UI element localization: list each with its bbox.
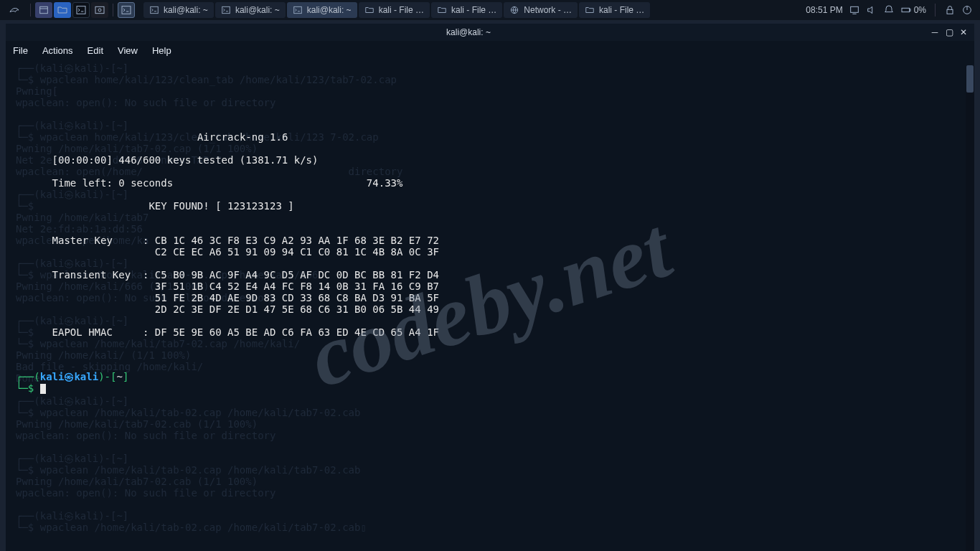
taskbar-item-label: kali@kali: ~ — [164, 5, 208, 15]
panel-separator — [30, 4, 31, 17]
aircrack-key-found: KEY FOUND! [ 123123123 ] — [16, 200, 294, 212]
taskbar-item-label: Network - … — [524, 5, 572, 15]
terminal-icon — [75, 4, 87, 16]
svg-rect-13 — [909, 9, 910, 11]
panel-separator — [113, 4, 113, 17]
prompt-host: kali — [74, 371, 98, 382]
aircrack-master-key: Master Key : CB 1C 46 3C F8 E3 C9 A2 93 … — [16, 235, 439, 258]
taskbar: kali@kali: ~kali@kali: ~kali@kali: ~kali… — [143, 2, 804, 18]
panel-launcher-terminal-active[interactable] — [118, 2, 135, 18]
aircrack-time-left: Time left: 0 seconds 74.33% — [16, 177, 402, 189]
svg-point-4 — [98, 9, 101, 11]
network-icon[interactable] — [849, 4, 860, 16]
svg-rect-0 — [40, 6, 48, 13]
taskbar-item[interactable]: kali@kali: ~ — [143, 2, 214, 18]
taskbar-item-label: kali - File … — [379, 5, 424, 15]
taskbar-item[interactable]: kali@kali: ~ — [287, 2, 357, 18]
lock-icon[interactable] — [944, 4, 956, 16]
svg-rect-2 — [77, 6, 85, 14]
blank-line — [16, 166, 22, 177]
blank-line — [16, 223, 22, 235]
taskbar-item-label: kali@kali: ~ — [307, 5, 352, 15]
terminal-foreground: Aircrack-ng 1.6 [00:00:00] 446/600 keys … — [16, 120, 967, 417]
system-tray: 08:51 PM 0% — [806, 4, 977, 17]
svg-rect-8 — [294, 6, 302, 13]
window-titlebar[interactable]: kali@kali: ~ ─ ▢ ✕ — [6, 24, 974, 41]
taskbar-item[interactable]: kali@kali: ~ — [215, 2, 286, 18]
taskbar-item[interactable]: kali - File … — [359, 2, 430, 18]
notifications-icon[interactable] — [883, 4, 895, 16]
panel-separator — [935, 4, 936, 17]
blank-line — [16, 315, 22, 326]
taskbar-item[interactable]: kali - File … — [579, 2, 650, 18]
record-icon — [94, 4, 105, 16]
blank-line — [16, 212, 22, 223]
volume-icon[interactable] — [866, 4, 877, 16]
folder-icon — [57, 4, 68, 16]
blank-line — [16, 189, 22, 200]
aircrack-keys-tested: [00:00:00] 446/600 keys tested (1381.71 … — [16, 154, 318, 166]
svg-rect-5 — [122, 6, 131, 14]
taskbar-item-label: kali@kali: ~ — [235, 5, 280, 15]
svg-rect-6 — [151, 6, 159, 13]
menu-item-edit[interactable]: Edit — [88, 45, 103, 56]
window-minimize-button[interactable]: ─ — [928, 26, 941, 39]
battery-percent: 0% — [914, 5, 926, 15]
window-close-button[interactable]: ✕ — [957, 26, 970, 39]
taskbar-item[interactable]: kali - File … — [431, 2, 502, 18]
taskbar-item[interactable]: Network - … — [504, 2, 578, 18]
shell-prompt: ┌──(kali㉿kali)-[~] └─$ — [16, 359, 967, 394]
menu-item-view[interactable]: View — [118, 45, 138, 56]
taskbar-item-label: kali - File … — [451, 5, 496, 15]
svg-rect-14 — [947, 9, 953, 14]
menu-item-help[interactable]: Help — [152, 45, 171, 56]
aircrack-header — [16, 131, 197, 143]
top-panel: kali@kali: ~kali@kali: ~kali@kali: ~kali… — [0, 0, 980, 20]
window-title: kali@kali: ~ — [10, 27, 927, 37]
panel-launcher-terminal-1[interactable] — [72, 2, 90, 18]
menu-bar: FileActionsEditViewHelp — [6, 41, 974, 60]
terminal-body[interactable]: ┌──(kali㉿kali)-[~] └─$ wpaclean home/kal… — [6, 60, 974, 551]
blank-line — [16, 143, 22, 154]
svg-rect-7 — [222, 6, 230, 13]
app-menu-button[interactable] — [3, 2, 26, 18]
window-maximize-button[interactable]: ▢ — [943, 26, 956, 39]
menu-item-file[interactable]: File — [13, 45, 28, 56]
aircrack-eapol-hmac: EAPOL HMAC : DF 5E 9E 60 A5 BE AD C6 FA … — [16, 326, 439, 338]
terminal-scrollbar-thumb[interactable] — [966, 65, 974, 93]
clock[interactable]: 08:51 PM — [806, 5, 842, 15]
terminal-icon — [121, 4, 132, 16]
battery-indicator[interactable]: 0% — [900, 4, 926, 16]
terminal-window: kali@kali: ~ ─ ▢ ✕ FileActionsEditViewHe… — [6, 24, 974, 551]
panel-launcher-recorder[interactable] — [91, 2, 108, 18]
terminal-cursor — [40, 384, 46, 394]
menu-item-actions[interactable]: Actions — [42, 45, 73, 56]
power-icon[interactable] — [961, 4, 973, 16]
aircrack-transient-key: Transient Key : C5 B0 9B AC 9F A4 9C D5 … — [16, 269, 439, 315]
prompt-user: kali — [40, 371, 65, 382]
window-icon — [38, 4, 50, 16]
kali-dragon-icon — [9, 4, 20, 16]
panel-launcher-files[interactable] — [54, 2, 71, 18]
svg-rect-12 — [902, 8, 910, 11]
panel-launcher-1[interactable] — [35, 2, 52, 18]
svg-rect-10 — [850, 6, 858, 12]
prompt-cwd: ~ — [116, 371, 122, 382]
taskbar-item-label: kali - File … — [599, 5, 644, 15]
blank-line — [16, 258, 22, 269]
aircrack-version: Aircrack-ng 1.6 — [197, 131, 288, 143]
svg-rect-3 — [95, 6, 104, 13]
battery-icon — [900, 4, 912, 16]
